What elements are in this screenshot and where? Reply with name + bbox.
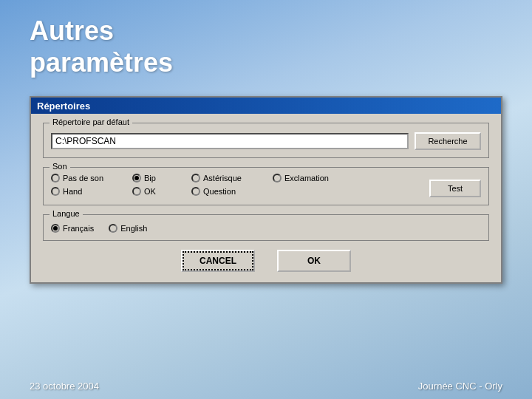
legend-langue: Langue [50, 209, 83, 218]
radio-placeholder [273, 187, 361, 196]
radio-pas-de-son[interactable]: Pas de son [51, 174, 132, 183]
lang-section: Français English [51, 224, 481, 233]
legend-son: Son [50, 162, 70, 171]
ok-button[interactable]: OK [277, 250, 351, 272]
radio-circle-question [191, 187, 200, 196]
group-repertoire: Répertoire par défaut Recherche [43, 123, 489, 158]
dialog-repertoires: Répertoires Répertoire par défaut Recher… [30, 96, 502, 284]
radio-circle-bip [132, 174, 141, 183]
son-body: Pas de son Bip Astérisque Exclamation [51, 174, 481, 197]
dialog-body: Répertoire par défaut Recherche Son Pas … [31, 114, 501, 282]
legend-repertoire: Répertoire par défaut [50, 117, 132, 126]
radio-ok-sound[interactable]: OK [132, 187, 191, 196]
cancel-button[interactable]: CANCEL [181, 250, 255, 272]
son-radio-grid: Pas de son Bip Astérisque Exclamation [51, 174, 429, 196]
footer-event: Journée CNC - Orly [418, 381, 502, 392]
directory-input[interactable] [51, 133, 409, 149]
radio-circle-ok-sound [132, 187, 141, 196]
radio-circle-english [109, 224, 117, 233]
radio-circle-exclamation [273, 174, 282, 183]
radio-circle-francais [51, 224, 60, 233]
group-son: Son Pas de son Bip Astérisque [43, 167, 489, 205]
radio-circle-asterisque [191, 174, 200, 183]
dir-row: Recherche [51, 132, 481, 150]
radio-circle-pas-de-son [51, 174, 60, 183]
radio-bip[interactable]: Bip [132, 174, 191, 183]
radio-hand[interactable]: Hand [51, 187, 132, 196]
page-title: Autres paramètres [30, 15, 173, 78]
radio-francais[interactable]: Français [51, 224, 94, 233]
radio-english[interactable]: English [109, 224, 147, 233]
radio-asterisque[interactable]: Astérisque [191, 174, 273, 183]
radio-circle-hand [51, 187, 60, 196]
group-langue: Langue Français English [43, 214, 489, 241]
recherche-button[interactable]: Recherche [415, 132, 481, 150]
dialog-titlebar: Répertoires [31, 98, 501, 114]
bottom-buttons: CANCEL OK [43, 250, 489, 272]
radio-question[interactable]: Question [191, 187, 273, 196]
footer: 23 octobre 2004 Journée CNC - Orly [0, 381, 532, 392]
radio-exclamation[interactable]: Exclamation [273, 174, 361, 183]
footer-date: 23 octobre 2004 [30, 381, 99, 392]
test-button[interactable]: Test [429, 180, 481, 197]
